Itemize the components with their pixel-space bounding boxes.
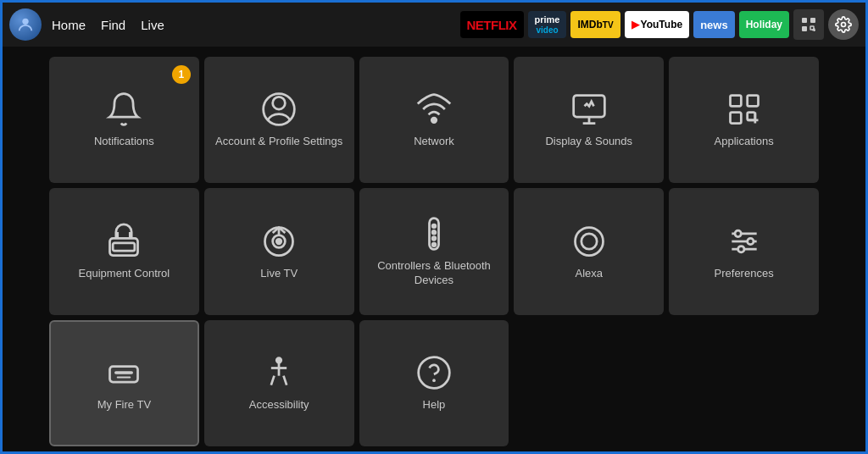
svg-point-38 [737, 246, 743, 252]
grid-item-accessibility-label: Accessibility [249, 398, 309, 412]
svg-point-42 [276, 357, 281, 363]
nav-find[interactable]: Find [101, 18, 125, 32]
svg-point-32 [581, 233, 597, 248]
nav-links: Home Find Live [52, 18, 164, 32]
grid-item-notifications-label: Notifications [94, 135, 154, 149]
svg-rect-1 [802, 18, 807, 23]
svg-point-0 [22, 19, 28, 25]
grid-item-controllers-bluetooth[interactable]: Controllers & Bluetooth Devices [359, 188, 509, 314]
svg-rect-3 [802, 26, 807, 31]
news-app[interactable]: news [693, 11, 735, 38]
grid-item-preferences-label: Preferences [715, 267, 774, 281]
grid-item-controllers-bluetooth-label: Controllers & Bluetooth Devices [366, 259, 503, 288]
grid-item-alexa-label: Alexa [576, 267, 604, 281]
svg-rect-19 [114, 242, 136, 250]
imdb-app[interactable]: IMDbTV [570, 11, 620, 38]
svg-point-36 [735, 230, 741, 236]
svg-rect-15 [747, 113, 754, 120]
svg-point-28 [432, 230, 436, 234]
svg-point-30 [432, 243, 436, 246]
svg-point-8 [273, 97, 286, 110]
grid-view-button[interactable] [793, 9, 824, 40]
prime-video-app[interactable]: prime video [528, 11, 567, 38]
nav-live[interactable]: Live [141, 18, 164, 32]
settings-grid: 1 Notifications Account & Profile Settin… [49, 57, 819, 446]
svg-rect-12 [730, 96, 741, 107]
grid-item-display-sounds[interactable]: Display & Sounds [514, 57, 664, 183]
netflix-app[interactable]: NETFLIX [460, 11, 524, 38]
grid-item-display-sounds-label: Display & Sounds [545, 135, 632, 149]
top-navigation: Home Find Live NETFLIX prime video IMDbT… [3, 3, 865, 47]
youtube-app[interactable]: ▶YouTube [625, 11, 690, 38]
grid-item-help-label: Help [423, 398, 446, 412]
grid-item-account-profile[interactable]: Account & Profile Settings [204, 57, 354, 183]
svg-point-25 [276, 239, 281, 244]
grid-item-help[interactable]: Help [359, 320, 509, 446]
nav-home[interactable]: Home [52, 18, 86, 32]
grid-item-accessibility[interactable]: Accessibility [204, 320, 354, 446]
holiday-app[interactable]: Holiday [739, 11, 789, 38]
grid-item-applications[interactable]: Applications [669, 57, 819, 183]
grid-item-alexa[interactable]: Alexa [514, 188, 664, 314]
svg-point-10 [431, 118, 437, 123]
avatar[interactable] [9, 8, 42, 41]
grid-item-equipment-control[interactable]: Equipment Control [49, 188, 199, 314]
grid-item-notifications[interactable]: 1 Notifications [49, 57, 199, 183]
grid-item-preferences[interactable]: Preferences [669, 188, 819, 314]
grid-item-my-fire-tv-label: My Fire TV [97, 398, 151, 412]
grid-item-my-fire-tv[interactable]: My Fire TV [49, 320, 199, 446]
app-icons-bar: NETFLIX prime video IMDbTV ▶YouTube news… [178, 9, 859, 40]
notification-badge: 1 [172, 65, 191, 84]
grid-item-live-tv-label: Live TV [260, 267, 298, 281]
grid-item-account-label: Account & Profile Settings [215, 135, 342, 149]
svg-rect-14 [730, 113, 741, 124]
svg-point-44 [419, 357, 450, 389]
svg-rect-4 [810, 26, 814, 30]
settings-gear-button[interactable] [828, 9, 859, 40]
grid-item-applications-label: Applications [715, 135, 774, 149]
svg-point-37 [747, 238, 753, 244]
svg-rect-2 [810, 18, 815, 23]
svg-point-29 [432, 237, 436, 241]
svg-point-31 [575, 227, 603, 255]
svg-rect-13 [747, 96, 758, 107]
grid-item-network[interactable]: Network [359, 57, 509, 183]
grid-item-equipment-control-label: Equipment Control [79, 267, 170, 281]
grid-item-live-tv[interactable]: Live TV [204, 188, 354, 314]
main-content: 1 Notifications Account & Profile Settin… [3, 47, 865, 454]
svg-point-27 [432, 224, 436, 228]
svg-point-7 [842, 23, 846, 27]
grid-item-network-label: Network [414, 135, 454, 149]
